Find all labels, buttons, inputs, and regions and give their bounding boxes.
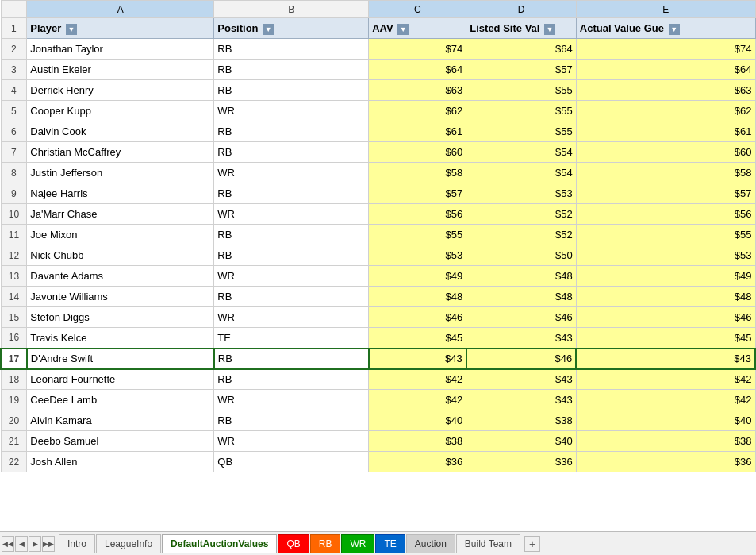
player-cell[interactable]: Jonathan Taylor bbox=[27, 39, 214, 60]
position-header[interactable]: Position ▼ bbox=[214, 18, 369, 39]
player-cell[interactable]: Davante Adams bbox=[27, 266, 214, 287]
actual-cell[interactable]: $57 bbox=[576, 183, 755, 204]
aav-cell[interactable]: $36 bbox=[369, 452, 466, 472]
player-filter-icon[interactable]: ▼ bbox=[66, 24, 77, 35]
aav-cell[interactable]: $42 bbox=[369, 369, 466, 390]
actual-filter-icon[interactable]: ▼ bbox=[669, 24, 680, 35]
aav-cell[interactable]: $64 bbox=[369, 60, 466, 80]
tab-scroll-prev[interactable]: ◀ bbox=[15, 536, 28, 552]
col-header-a[interactable]: A bbox=[27, 1, 214, 18]
col-header-b[interactable]: B bbox=[214, 1, 369, 18]
listed-cell[interactable]: $55 bbox=[466, 101, 576, 121]
tab-rb[interactable]: RB bbox=[310, 534, 341, 553]
listed-cell[interactable]: $55 bbox=[466, 121, 576, 142]
listed-cell[interactable]: $55 bbox=[466, 80, 576, 101]
aav-cell[interactable]: $61 bbox=[369, 121, 466, 142]
position-filter-icon[interactable]: ▼ bbox=[263, 24, 274, 35]
position-cell[interactable]: RB bbox=[214, 225, 369, 245]
position-cell[interactable]: WR bbox=[214, 307, 369, 328]
listed-cell[interactable]: $43 bbox=[466, 390, 576, 410]
listed-cell[interactable]: $54 bbox=[466, 163, 576, 183]
position-cell[interactable]: RB bbox=[214, 121, 369, 142]
position-cell[interactable]: RB bbox=[214, 183, 369, 204]
tab-qb[interactable]: QB bbox=[278, 534, 309, 553]
aav-header[interactable]: AAV ▼ bbox=[369, 18, 466, 39]
aav-cell[interactable]: $46 bbox=[369, 307, 466, 328]
aav-cell[interactable]: $63 bbox=[369, 80, 466, 101]
tab-auction[interactable]: Auction bbox=[406, 534, 455, 553]
listed-cell[interactable]: $64 bbox=[466, 39, 576, 60]
player-cell[interactable]: Josh Allen bbox=[27, 452, 214, 472]
actual-cell[interactable]: $49 bbox=[576, 266, 755, 287]
actual-cell[interactable]: $48 bbox=[576, 287, 755, 307]
listed-cell[interactable]: $46 bbox=[466, 349, 576, 369]
actual-cell[interactable]: $46 bbox=[576, 307, 755, 328]
position-cell[interactable]: RB bbox=[214, 369, 369, 390]
aav-cell[interactable]: $62 bbox=[369, 101, 466, 121]
listed-cell[interactable]: $43 bbox=[466, 369, 576, 390]
aav-cell[interactable]: $43 bbox=[369, 349, 466, 369]
aav-cell[interactable]: $45 bbox=[369, 328, 466, 349]
player-cell[interactable]: Ja'Marr Chase bbox=[27, 204, 214, 225]
player-cell[interactable]: Najee Harris bbox=[27, 183, 214, 204]
tab-te[interactable]: TE bbox=[375, 534, 405, 553]
tab-defaultauctionvalues[interactable]: DefaultAuctionValues bbox=[162, 534, 277, 553]
actual-cell[interactable]: $56 bbox=[576, 204, 755, 225]
listed-cell[interactable]: $50 bbox=[466, 245, 576, 266]
player-cell[interactable]: Leonard Fournette bbox=[27, 369, 214, 390]
actual-cell[interactable]: $64 bbox=[576, 60, 755, 80]
aav-cell[interactable]: $55 bbox=[369, 225, 466, 245]
player-cell[interactable]: Justin Jefferson bbox=[27, 163, 214, 183]
aav-cell[interactable]: $48 bbox=[369, 287, 466, 307]
tab-buildteam[interactable]: Build Team bbox=[456, 534, 520, 553]
position-cell[interactable]: RB bbox=[214, 245, 369, 266]
listed-cell[interactable]: $40 bbox=[466, 431, 576, 452]
position-cell[interactable]: RB bbox=[214, 410, 369, 431]
col-header-d[interactable]: D bbox=[466, 1, 576, 18]
position-cell[interactable]: WR bbox=[214, 266, 369, 287]
position-cell[interactable]: RB bbox=[214, 142, 369, 163]
actual-cell[interactable]: $42 bbox=[576, 369, 755, 390]
position-cell[interactable]: RB bbox=[214, 39, 369, 60]
col-header-c[interactable]: C bbox=[369, 1, 466, 18]
player-cell[interactable]: Cooper Kupp bbox=[27, 101, 214, 121]
listed-cell[interactable]: $53 bbox=[466, 183, 576, 204]
tab-scroll-next[interactable]: ▶ bbox=[29, 536, 41, 552]
listed-cell[interactable]: $38 bbox=[466, 410, 576, 431]
actual-cell[interactable]: $60 bbox=[576, 142, 755, 163]
listed-cell[interactable]: $48 bbox=[466, 266, 576, 287]
listed-cell[interactable]: $54 bbox=[466, 142, 576, 163]
player-cell[interactable]: Nick Chubb bbox=[27, 245, 214, 266]
position-cell[interactable]: WR bbox=[214, 163, 369, 183]
add-sheet-button[interactable]: + bbox=[524, 536, 540, 552]
tab-scroll-first[interactable]: ◀◀ bbox=[2, 536, 14, 552]
actual-cell[interactable]: $40 bbox=[576, 410, 755, 431]
actual-cell[interactable]: $45 bbox=[576, 328, 755, 349]
listed-cell[interactable]: $52 bbox=[466, 225, 576, 245]
actual-cell[interactable]: $38 bbox=[576, 431, 755, 452]
player-cell[interactable]: Joe Mixon bbox=[27, 225, 214, 245]
position-cell[interactable]: RB bbox=[214, 80, 369, 101]
listed-cell[interactable]: $46 bbox=[466, 307, 576, 328]
player-cell[interactable]: Javonte Williams bbox=[27, 287, 214, 307]
tab-wr[interactable]: WR bbox=[341, 534, 374, 553]
actual-cell[interactable]: $42 bbox=[576, 390, 755, 410]
actual-cell[interactable]: $61 bbox=[576, 121, 755, 142]
aav-filter-icon[interactable]: ▼ bbox=[397, 24, 409, 35]
actual-cell[interactable]: $62 bbox=[576, 101, 755, 121]
listed-filter-icon[interactable]: ▼ bbox=[544, 24, 555, 35]
aav-cell[interactable]: $40 bbox=[369, 410, 466, 431]
player-cell[interactable]: Christian McCaffrey bbox=[27, 142, 214, 163]
player-cell[interactable]: CeeDee Lamb bbox=[27, 390, 214, 410]
position-cell[interactable]: RB bbox=[214, 60, 369, 80]
actual-cell[interactable]: $36 bbox=[576, 452, 755, 472]
position-cell[interactable]: WR bbox=[214, 431, 369, 452]
player-cell[interactable]: Deebo Samuel bbox=[27, 431, 214, 452]
player-header[interactable]: Player ▼ bbox=[27, 18, 214, 39]
player-cell[interactable]: Travis Kelce bbox=[27, 328, 214, 349]
aav-cell[interactable]: $38 bbox=[369, 431, 466, 452]
listed-cell[interactable]: $43 bbox=[466, 328, 576, 349]
position-cell[interactable]: WR bbox=[214, 390, 369, 410]
actual-cell[interactable]: $53 bbox=[576, 245, 755, 266]
actual-cell[interactable]: $55 bbox=[576, 225, 755, 245]
